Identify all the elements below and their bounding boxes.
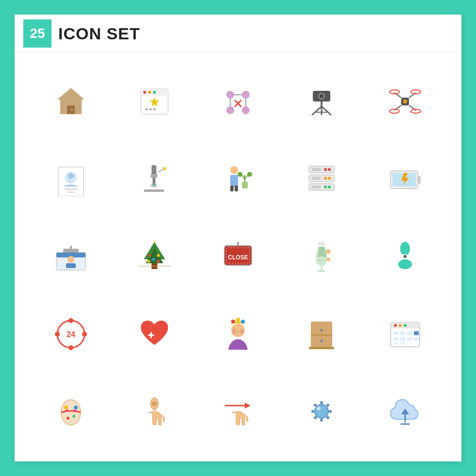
svg-point-103	[400, 242, 410, 255]
svg-rect-55	[235, 186, 238, 191]
svg-rect-140	[393, 343, 398, 345]
touch-icon[interactable]	[128, 385, 181, 438]
svg-point-131	[404, 324, 407, 327]
svg-rect-91	[138, 265, 171, 267]
svg-rect-71	[312, 186, 321, 188]
house-icon[interactable]	[44, 75, 98, 128]
presenter-icon[interactable]	[44, 230, 98, 283]
swipe-right-icon-cell	[196, 373, 280, 450]
christmas-tree-icon-cell	[113, 218, 196, 295]
champagne-icon[interactable]	[295, 230, 348, 283]
heart-icon[interactable]	[128, 307, 181, 361]
svg-point-148	[152, 401, 157, 406]
svg-line-50	[158, 169, 164, 172]
svg-point-49	[153, 183, 155, 186]
svg-line-25	[312, 106, 322, 115]
svg-point-23	[320, 94, 323, 98]
svg-rect-24	[321, 102, 323, 106]
svg-point-125	[320, 340, 323, 342]
web-star-icon[interactable]	[128, 75, 181, 128]
christmas-tree-icon[interactable]	[128, 230, 181, 283]
svg-point-86	[157, 254, 160, 257]
svg-point-118	[241, 320, 245, 323]
browser-calendar-icon-cell	[363, 295, 447, 373]
svg-point-14	[226, 106, 234, 114]
svg-point-112	[68, 345, 73, 350]
svg-rect-79	[66, 263, 76, 268]
24h-icon[interactable]: 24	[44, 307, 98, 361]
cabinet-icon[interactable]	[295, 307, 348, 361]
contact-card-icon[interactable]	[44, 152, 98, 205]
svg-point-88	[157, 260, 160, 263]
svg-point-52	[230, 166, 238, 174]
svg-point-85	[148, 254, 151, 257]
svg-line-26	[322, 106, 331, 115]
svg-point-169	[317, 407, 321, 410]
swipe-right-icon[interactable]	[211, 385, 265, 438]
network-disconnect-icon-cell	[196, 63, 280, 140]
svg-rect-42	[64, 188, 78, 190]
drone-icon[interactable]	[378, 75, 432, 128]
header: 25 ICON SET	[15, 15, 461, 53]
svg-rect-81	[70, 246, 72, 249]
contact-card-icon-cell	[29, 140, 113, 218]
svg-point-130	[399, 324, 402, 327]
svg-point-111	[68, 318, 73, 323]
svg-rect-134	[407, 331, 412, 335]
card: 25 ICON SET	[15, 15, 461, 461]
svg-point-63	[328, 168, 331, 171]
svg-point-117	[236, 318, 240, 322]
svg-rect-132	[393, 331, 398, 335]
svg-rect-44	[152, 165, 156, 175]
cloud-upload-icon-cell	[363, 373, 447, 450]
svg-rect-69	[312, 168, 321, 171]
princess-icon[interactable]	[211, 307, 265, 361]
battery-icon[interactable]	[378, 152, 432, 205]
heart-icon-cell	[113, 295, 196, 373]
svg-rect-73	[418, 176, 421, 184]
svg-point-11	[153, 108, 155, 110]
svg-point-109	[55, 332, 60, 337]
microscope-icon-cell	[113, 140, 196, 218]
svg-point-12	[226, 91, 234, 99]
server-icon[interactable]	[295, 152, 348, 205]
svg-marker-150	[245, 403, 251, 408]
close-sign-icon[interactable]: CLOSE	[211, 230, 265, 283]
svg-point-15	[242, 106, 250, 114]
close-sign-icon-cell: CLOSE	[196, 218, 280, 295]
camera-tripod-icon[interactable]	[295, 75, 348, 128]
drone-icon-cell	[363, 63, 447, 140]
svg-point-38	[403, 100, 407, 103]
virus-icon[interactable]	[295, 385, 348, 438]
svg-rect-135	[414, 331, 419, 335]
svg-point-57	[247, 172, 252, 177]
browser-calendar-icon[interactable]	[378, 307, 432, 361]
person-plant-icon-cell	[196, 140, 280, 218]
24h-icon-cell: 24	[29, 295, 113, 373]
presenter-icon-cell	[29, 218, 113, 295]
cabinet-icon-cell	[280, 295, 363, 373]
svg-point-106	[404, 255, 407, 258]
svg-rect-70	[312, 177, 321, 180]
pinwheel-icon[interactable]	[378, 230, 432, 283]
princess-icon-cell	[196, 295, 280, 373]
svg-point-124	[320, 329, 323, 332]
svg-text:24: 24	[67, 330, 75, 339]
svg-rect-54	[230, 186, 234, 191]
svg-point-64	[324, 168, 327, 171]
person-plant-icon[interactable]	[211, 152, 265, 205]
house-icon-cell	[29, 63, 113, 140]
svg-point-5	[143, 91, 146, 94]
network-disconnect-icon[interactable]	[211, 75, 265, 128]
easter-egg-icon-cell	[29, 373, 113, 450]
cloud-upload-icon[interactable]	[378, 385, 432, 438]
easter-egg-icon[interactable]	[44, 385, 98, 438]
svg-point-89	[147, 260, 150, 263]
svg-point-87	[152, 258, 155, 261]
icon-grid: CLOSE	[15, 53, 461, 460]
svg-rect-126	[309, 347, 334, 349]
svg-point-129	[394, 324, 397, 327]
microscope-icon[interactable]	[128, 152, 181, 205]
svg-point-145	[74, 406, 78, 409]
svg-point-2	[71, 109, 73, 111]
